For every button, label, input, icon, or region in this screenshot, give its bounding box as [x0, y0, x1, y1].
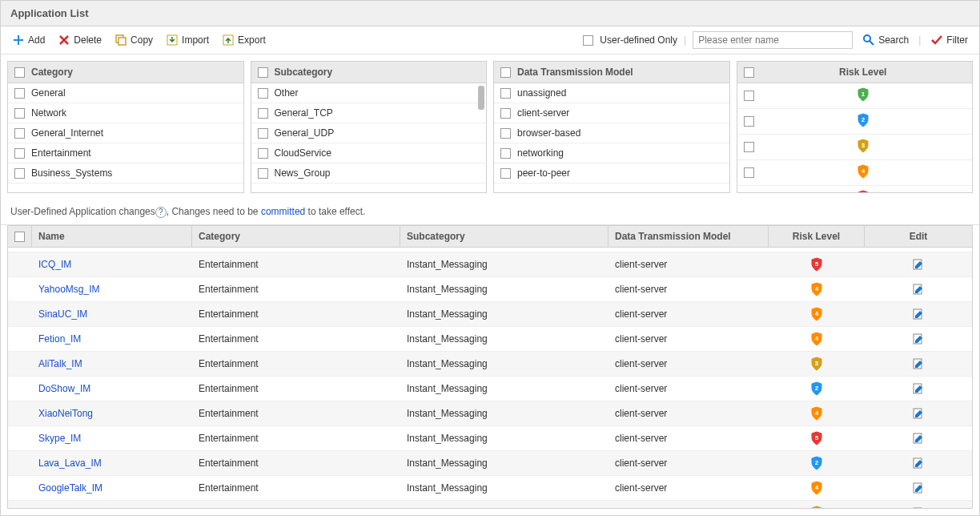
risk-item-checkbox[interactable]: [744, 116, 754, 127]
filter-button[interactable]: Filter: [927, 32, 971, 48]
table-row[interactable]: DoShow_IMEntertainmentInstant_Messagingc…: [8, 377, 972, 401]
table-row[interactable]: ICQ_IMEntertainmentInstant_Messagingclie…: [8, 252, 972, 277]
cell-dtm: client-server: [608, 451, 769, 475]
filter-item-checkbox[interactable]: [14, 108, 25, 119]
cell-category: Entertainment: [192, 451, 400, 475]
cell-risk: 4: [769, 277, 865, 301]
filter-item-checkbox[interactable]: [500, 108, 511, 119]
risk-filter-item[interactable]: 1: [737, 83, 973, 109]
export-button[interactable]: Export: [219, 32, 269, 48]
category-select-all[interactable]: [14, 67, 25, 78]
risk-item-checkbox[interactable]: [744, 142, 754, 152]
edit-icon[interactable]: [912, 308, 925, 320]
app-name-link[interactable]: XiaoNeiTong: [38, 408, 93, 419]
filter-item[interactable]: General_TCP: [251, 103, 487, 123]
filter-item[interactable]: Entertainment: [8, 143, 243, 163]
edit-icon[interactable]: [912, 258, 925, 271]
app-name-link[interactable]: GoogleTalk_IM: [38, 482, 102, 494]
edit-icon[interactable]: [912, 283, 925, 296]
app-name-link[interactable]: ICQ_IM: [38, 259, 71, 270]
filter-item[interactable]: Network: [8, 103, 243, 123]
filter-item-checkbox[interactable]: [258, 148, 268, 159]
search-button[interactable]: Search: [859, 32, 912, 48]
filter-item[interactable]: client-server: [494, 103, 729, 123]
subcategory-select-all[interactable]: [258, 67, 268, 78]
risk-filter-item[interactable]: 4: [737, 160, 973, 186]
filter-item[interactable]: Business_Systems: [8, 163, 243, 183]
filter-item-checkbox[interactable]: [500, 88, 511, 99]
filter-item-checkbox[interactable]: [258, 168, 268, 179]
risk-filter-item[interactable]: 3: [737, 135, 973, 160]
table-row[interactable]: GoogleTalk_IMEntertainmentInstant_Messag…: [8, 476, 972, 501]
help-icon[interactable]: ?: [155, 207, 167, 218]
risk-item-checkbox[interactable]: [744, 91, 754, 101]
edit-icon[interactable]: [912, 407, 925, 420]
risk-item-checkbox[interactable]: [744, 167, 754, 178]
filter-item-checkbox[interactable]: [258, 88, 268, 99]
risk-filter-item[interactable]: 5: [737, 186, 973, 192]
svg-text:5: 5: [815, 260, 819, 268]
filter-item-label: General_Internet: [31, 127, 103, 139]
table-row[interactable]: SinaUC_IMEntertainmentInstant_Messagingc…: [8, 302, 972, 327]
scrollbar-thumb[interactable]: [478, 86, 484, 110]
table-row[interactable]: YahooMsg_IMEntertainmentInstant_Messagin…: [8, 277, 972, 302]
filter-item[interactable]: peer-to-peer: [494, 163, 729, 183]
edit-icon[interactable]: [912, 457, 925, 470]
risk-select-all[interactable]: [744, 67, 754, 78]
select-all-checkbox[interactable]: [14, 232, 25, 242]
edit-icon[interactable]: [912, 432, 925, 445]
table-row[interactable]: Lava_Lava_IMEntertainmentInstant_Messagi…: [8, 451, 972, 476]
filter-item-checkbox[interactable]: [14, 128, 25, 139]
col-subcategory: Subcategory: [407, 231, 465, 242]
delete-button[interactable]: Delete: [54, 32, 105, 48]
filter-item[interactable]: General_Internet: [8, 123, 243, 143]
filter-item-checkbox[interactable]: [500, 128, 511, 139]
app-name-link[interactable]: AliTalk_IM: [38, 358, 82, 369]
filter-item[interactable]: News_Group: [251, 163, 487, 183]
filter-item-checkbox[interactable]: [500, 148, 511, 159]
table-row[interactable]: TelTel_IMEntertainmentInstant_Messagingc…: [8, 501, 972, 509]
edit-icon[interactable]: [912, 382, 925, 395]
app-name-link[interactable]: Skype_IM: [38, 433, 81, 444]
filter-item-checkbox[interactable]: [14, 88, 25, 99]
copy-button[interactable]: Copy: [111, 32, 156, 48]
filter-item-checkbox[interactable]: [14, 168, 25, 179]
table-row[interactable]: Fetion_IMEntertainmentInstant_Messagingc…: [8, 327, 972, 352]
edit-icon[interactable]: [912, 506, 925, 509]
filter-item[interactable]: CloudService: [251, 143, 487, 163]
commit-link[interactable]: committed: [261, 206, 305, 217]
filter-item-checkbox[interactable]: [500, 168, 511, 179]
cell-risk: 5: [769, 426, 865, 450]
filter-item[interactable]: General_UDP: [251, 123, 487, 143]
filter-item[interactable]: browser-based: [494, 123, 729, 143]
filter-item[interactable]: unassigned: [494, 83, 729, 103]
app-name-link[interactable]: Lava_Lava_IM: [38, 458, 102, 469]
filter-item-checkbox[interactable]: [14, 148, 25, 159]
user-defined-only-checkbox[interactable]: [583, 35, 593, 46]
table-row[interactable]: AliTalk_IMEntertainmentInstant_Messaging…: [8, 352, 972, 377]
col-dtm: Data Transmission Model: [615, 231, 731, 242]
risk-shield-icon: 5: [857, 190, 870, 192]
table-row[interactable]: XiaoNeiTongEntertainmentInstant_Messagin…: [8, 401, 972, 426]
cell-subcategory: Instant_Messaging: [400, 327, 608, 351]
edit-icon[interactable]: [912, 357, 925, 370]
dtm-select-all[interactable]: [500, 67, 511, 78]
app-name-link[interactable]: DoShow_IM: [38, 383, 90, 394]
filter-item-checkbox[interactable]: [258, 108, 268, 119]
app-name-link[interactable]: Fetion_IM: [38, 333, 81, 345]
app-name-link[interactable]: TelTel_IM: [38, 507, 79, 509]
table-row[interactable]: Skype_IMEntertainmentInstant_Messagingcl…: [8, 426, 972, 451]
app-name-link[interactable]: SinaUC_IM: [38, 308, 87, 320]
import-button[interactable]: Import: [163, 32, 212, 48]
add-button[interactable]: Add: [9, 32, 48, 48]
cell-dtm: client-server: [608, 476, 769, 500]
filter-item[interactable]: General: [8, 83, 243, 103]
edit-icon[interactable]: [912, 482, 925, 494]
risk-filter-item[interactable]: 2: [737, 109, 973, 135]
search-input[interactable]: [693, 31, 853, 49]
filter-item[interactable]: Other: [251, 83, 487, 103]
filter-item[interactable]: networking: [494, 143, 729, 163]
filter-item-checkbox[interactable]: [258, 128, 268, 139]
app-name-link[interactable]: YahooMsg_IM: [38, 284, 99, 295]
edit-icon[interactable]: [912, 333, 925, 345]
